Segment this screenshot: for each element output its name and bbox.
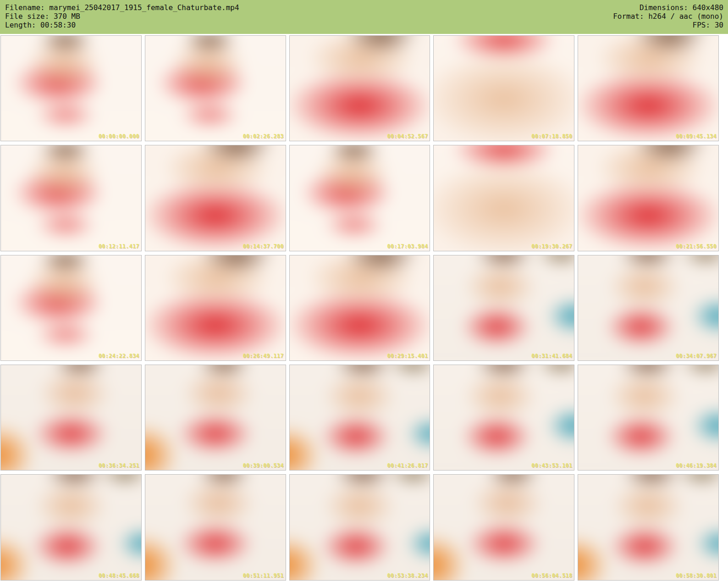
filename-label: Filename:: [5, 3, 49, 12]
timestamp-overlay: 00:04:52.567: [387, 133, 428, 139]
timestamp-overlay: 00:46:19.384: [676, 462, 717, 469]
timestamp-overlay: 00:29:15.401: [387, 353, 428, 359]
media-info-right: Dimensions: 640x480 Format: h264 / aac (…: [613, 3, 723, 34]
thumbnail-grid: 00:00:00.000 00:02:26.283 00:04:52.567 0…: [0, 34, 728, 583]
timestamp-overlay: 00:02:26.283: [243, 133, 283, 139]
timestamp-overlay: 00:09:45.134: [676, 133, 717, 139]
filesize-line: File size: 370 MB: [5, 12, 239, 21]
video-frame-thumbnail: 00:39:00.534: [145, 365, 286, 471]
video-frame-thumbnail: 00:41:26.817: [289, 365, 430, 471]
timestamp-overlay: 00:36:34.251: [99, 462, 139, 469]
video-frame-thumbnail: 00:29:15.401: [289, 255, 430, 361]
video-frame-thumbnail: 00:02:26.283: [145, 35, 286, 141]
timestamp-overlay: 00:51:11.951: [243, 572, 283, 579]
timestamp-overlay: 00:53:38.234: [387, 572, 428, 579]
length-line: Length: 00:58:30: [5, 21, 239, 29]
timestamp-overlay: 00:21:56.550: [676, 243, 717, 249]
dimensions-label: Dimensions:: [640, 3, 693, 12]
timestamp-overlay: 00:56:04.518: [531, 572, 572, 579]
video-frame-thumbnail: 00:58:30.801: [578, 474, 719, 580]
filename-line: Filename: marymei_25042017_1915_female_C…: [5, 3, 239, 12]
timestamp-overlay: 00:34:07.967: [676, 353, 717, 359]
timestamp-overlay: 00:19:30.267: [531, 243, 572, 249]
timestamp-overlay: 00:41:26.817: [387, 462, 428, 469]
video-frame-thumbnail: 00:07:18.850: [433, 35, 574, 141]
dimensions-value: 640x480: [693, 3, 723, 12]
video-frame-thumbnail: 00:14:37.700: [145, 145, 286, 251]
dimensions-line: Dimensions: 640x480: [613, 3, 723, 12]
video-frame-thumbnail: 00:17:03.984: [289, 145, 430, 251]
filesize-value: 370 MB: [54, 12, 80, 21]
video-frame-thumbnail: 00:19:30.267: [433, 145, 574, 251]
timestamp-overlay: 00:58:30.801: [676, 572, 717, 579]
timestamp-overlay: 00:48:45.668: [99, 572, 139, 579]
video-frame-thumbnail: 00:36:34.251: [0, 365, 142, 471]
video-frame-thumbnail: 00:00:00.000: [0, 35, 142, 141]
timestamp-overlay: 00:43:53.101: [531, 462, 572, 469]
timestamp-overlay: 00:00:00.000: [99, 133, 139, 139]
format-line: Format: h264 / aac (mono): [613, 12, 723, 21]
video-frame-thumbnail: 00:09:45.134: [578, 35, 719, 141]
length-label: Length:: [5, 21, 40, 29]
timestamp-overlay: 00:31:41.684: [531, 353, 572, 359]
fps-value: 30: [715, 21, 723, 29]
video-frame-thumbnail: 00:21:56.550: [578, 145, 719, 251]
media-info-left: Filename: marymei_25042017_1915_female_C…: [5, 3, 239, 34]
video-frame-thumbnail: 00:12:11.417: [0, 145, 142, 251]
timestamp-overlay: 00:26:49.117: [243, 353, 283, 359]
video-frame-thumbnail: 00:04:52.567: [289, 35, 430, 141]
filename-value: marymei_25042017_1915_female_Chaturbate.…: [49, 3, 239, 12]
filesize-label: File size:: [5, 12, 54, 21]
video-frame-thumbnail: 00:43:53.101: [433, 365, 574, 471]
timestamp-overlay: 00:17:03.984: [387, 243, 428, 249]
video-frame-thumbnail: 00:24:22.834: [0, 255, 142, 361]
timestamp-overlay: 00:24:22.834: [99, 353, 139, 359]
format-label: Format:: [613, 12, 648, 21]
timestamp-overlay: 00:39:00.534: [243, 462, 283, 469]
video-frame-thumbnail: 00:46:19.384: [578, 365, 719, 471]
video-frame-thumbnail: 00:31:41.684: [433, 255, 574, 361]
video-frame-thumbnail: 00:56:04.518: [433, 474, 574, 580]
fps-label: FPS:: [693, 21, 715, 29]
fps-line: FPS: 30: [613, 21, 723, 29]
media-info-header: Filename: marymei_25042017_1915_female_C…: [0, 0, 728, 34]
timestamp-overlay: 00:14:37.700: [243, 243, 283, 249]
length-value: 00:58:30: [40, 21, 76, 29]
video-frame-thumbnail: 00:34:07.967: [578, 255, 719, 361]
video-frame-thumbnail: 00:26:49.117: [145, 255, 286, 361]
video-frame-thumbnail: 00:48:45.668: [0, 474, 142, 580]
format-value: h264 / aac (mono): [648, 12, 723, 21]
video-frame-thumbnail: 00:53:38.234: [289, 474, 430, 580]
video-frame-thumbnail: 00:51:11.951: [145, 474, 286, 580]
timestamp-overlay: 00:07:18.850: [531, 133, 572, 139]
timestamp-overlay: 00:12:11.417: [99, 243, 139, 249]
